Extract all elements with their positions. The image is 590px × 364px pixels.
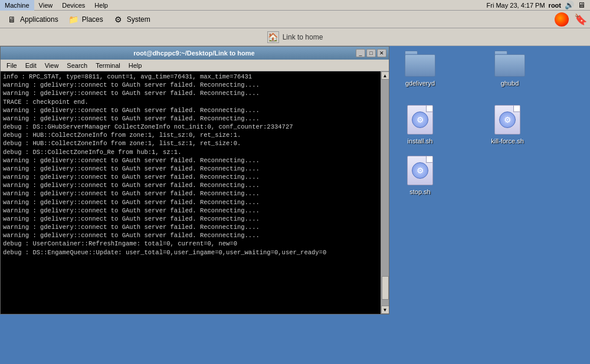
icon-label-gdeliveryd: gdeliveryd: [404, 79, 437, 87]
system-bar: Machine View Devices Help Fri May 23, 4:…: [0, 0, 590, 11]
desktop-icon-kill-force-sh[interactable]: ⚙ kill-force.sh: [484, 105, 531, 145]
desktop-icon-ghubd[interactable]: ghubd: [486, 51, 533, 87]
desktop-icon-stop-sh[interactable]: ⚙ stop.sh: [396, 156, 444, 196]
scroll-up-arrow[interactable]: ▲: [381, 71, 389, 80]
applications-icon: 🖥: [6, 14, 18, 25]
terminal-menubar: File Edit View Search Terminal Help: [1, 60, 389, 71]
terminal-body: info : RPC_STAT, type=8811, count=1, avg…: [1, 71, 389, 314]
scrollbar-thumb[interactable]: [382, 276, 389, 300]
terminal-titlebar[interactable]: root@dhcppc9:~/Desktop/Link to home _ □ …: [1, 47, 389, 60]
app-bar: 🖥 Applications 📁 Places ⚙ System 🔖: [0, 11, 590, 28]
places-menu[interactable]: 📁 Places: [64, 12, 107, 27]
icon-label-kill-force-sh: kill-force.sh: [489, 137, 526, 145]
menu-view[interactable]: View: [34, 0, 58, 11]
volume-icon[interactable]: 🔊: [565, 1, 574, 9]
script-emblem: ⚙: [499, 112, 516, 128]
menu-devices[interactable]: Devices: [57, 0, 90, 11]
minimize-button[interactable]: _: [356, 49, 365, 57]
places-label: Places: [82, 15, 103, 24]
applications-label: Applications: [20, 15, 58, 24]
applications-menu[interactable]: 🖥 Applications: [2, 12, 62, 27]
datetime: Fri May 23, 4:17 PM: [487, 2, 545, 9]
link-to-home-label: Link to home: [283, 33, 323, 41]
term-menu-file[interactable]: File: [3, 61, 21, 70]
terminal-output: info : RPC_STAT, type=8811, count=1, avg…: [1, 71, 381, 314]
icon-label-install-sh: install.sh: [406, 137, 435, 145]
menu-help[interactable]: Help: [90, 0, 113, 11]
folder-icon-ghubd: [494, 51, 525, 77]
icon-label-stop-sh: stop.sh: [408, 188, 432, 196]
folder-body: [405, 54, 435, 77]
folder-icon-gdeliveryd: [405, 51, 435, 77]
script-icon-stop: ⚙: [407, 156, 433, 185]
system-icon: ⚙: [113, 14, 124, 25]
terminal-title: root@dhcppc9:~/Desktop/Link to home: [32, 50, 356, 57]
term-menu-help[interactable]: Help: [125, 61, 146, 70]
terminal-controls: _ □ ✕: [356, 49, 386, 57]
desktop: root@dhcppc9:~/Desktop/Link to home _ □ …: [0, 46, 590, 364]
script-icon-kill-force: ⚙: [494, 105, 520, 135]
terminal-window: root@dhcppc9:~/Desktop/Link to home _ □ …: [0, 46, 389, 314]
term-menu-search[interactable]: Search: [63, 61, 91, 70]
term-menu-edit[interactable]: Edit: [22, 61, 40, 70]
terminal-scrollbar[interactable]: ▲ ▼: [381, 71, 389, 314]
term-menu-terminal[interactable]: Terminal: [92, 61, 124, 70]
home-folder-icon: 🏠: [267, 31, 279, 43]
icon-label-ghubd: ghubd: [499, 79, 521, 87]
scroll-down-arrow[interactable]: ▼: [381, 306, 389, 314]
term-menu-view[interactable]: View: [41, 61, 63, 70]
desktop-icon-gdeliveryd[interactable]: gdeliveryd: [396, 51, 444, 87]
system-label: System: [127, 15, 150, 24]
script-emblem: ⚙: [412, 162, 428, 179]
link-to-home-bar: 🏠 Link to home: [0, 28, 590, 46]
maximize-button[interactable]: □: [366, 49, 376, 57]
display-icon[interactable]: 🖥: [578, 1, 585, 9]
bookmark-icon[interactable]: 🔖: [573, 12, 588, 27]
system-menu[interactable]: ⚙ System: [109, 12, 154, 27]
system-bar-right: Fri May 23, 4:17 PM root 🔊 🖥: [487, 1, 590, 9]
firefox-icon[interactable]: [555, 12, 569, 27]
menu-machine[interactable]: Machine: [0, 0, 34, 11]
places-icon: 📁: [68, 14, 80, 25]
folder-body: [494, 54, 525, 77]
script-emblem: ⚙: [412, 112, 428, 128]
system-bar-left: Machine View Devices Help: [0, 0, 113, 11]
username: root: [549, 2, 561, 9]
close-button[interactable]: ✕: [377, 49, 386, 57]
scrollbar-track[interactable]: [381, 80, 389, 306]
script-icon-install: ⚙: [407, 105, 433, 135]
desktop-icon-install-sh[interactable]: ⚙ install.sh: [396, 105, 444, 145]
